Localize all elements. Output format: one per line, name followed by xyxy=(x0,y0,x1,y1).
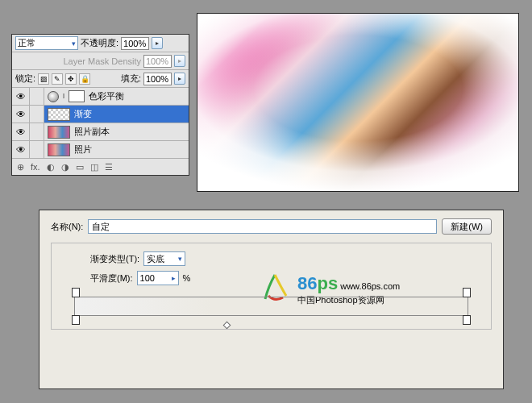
layer-mask-thumb[interactable] xyxy=(69,90,85,102)
visibility-toggle[interactable]: 👁 xyxy=(12,123,30,141)
smoothness-label: 平滑度(M): xyxy=(90,272,133,285)
link-cell[interactable] xyxy=(30,88,44,106)
chevron-down-icon: ▾ xyxy=(72,39,76,48)
layer-row[interactable]: 👁 ፧ 色彩平衡 xyxy=(12,88,189,106)
link-icon: ፧ xyxy=(63,92,64,101)
gradient-type-select[interactable]: 实底 ▾ xyxy=(143,251,185,266)
visibility-toggle[interactable]: 👁 xyxy=(12,106,30,123)
link-cell[interactable] xyxy=(30,123,44,141)
layer-name: 渐变 xyxy=(74,108,92,120)
color-stop-right[interactable] xyxy=(463,315,471,325)
name-label: 名称(N): xyxy=(51,221,83,233)
gradient-editor-dialog: 名称(N): 新建(W) 渐变类型(T): 实底 ▾ 平滑度(M): 100 ▸… xyxy=(39,210,504,389)
layer-row[interactable]: 👁 渐变 xyxy=(12,106,189,123)
gradient-type-label: 渐变类型(T): xyxy=(90,253,139,265)
link-cell[interactable] xyxy=(30,106,44,123)
smoothness-unit: % xyxy=(183,273,191,283)
fill-arrow-icon[interactable]: ▸ xyxy=(174,73,185,85)
mask-density-label: Layer Mask Density xyxy=(63,56,141,66)
name-row: 名称(N): 新建(W) xyxy=(51,218,492,235)
adjustment-layer-icon[interactable]: ◑ xyxy=(61,162,69,172)
opacity-value[interactable]: 100% xyxy=(121,37,149,50)
smoothness-input[interactable]: 100 ▸ xyxy=(137,271,179,285)
gradient-type-row: 渐变类型(T): 实底 ▾ xyxy=(61,251,481,266)
opacity-label: 不透明度: xyxy=(81,37,118,49)
stepper-icon: ▸ xyxy=(172,274,176,282)
gradient-bar[interactable] xyxy=(74,297,468,316)
lock-pixels-icon[interactable]: ✎ xyxy=(52,73,63,85)
color-stop-left[interactable] xyxy=(72,315,80,325)
blend-opacity-row: 正常 ▾ 不透明度: 100% ▸ xyxy=(12,35,189,52)
midpoint-handle[interactable] xyxy=(223,322,231,330)
visibility-toggle[interactable]: 👁 xyxy=(12,88,30,106)
mask-icon[interactable]: ◐ xyxy=(47,162,55,172)
chevron-down-icon: ▾ xyxy=(178,255,182,263)
opacity-arrow-icon[interactable]: ▸ xyxy=(152,37,163,49)
layer-row[interactable]: 👁 照片副本 xyxy=(12,123,189,141)
document-preview xyxy=(197,13,519,192)
visibility-toggle[interactable]: 👁 xyxy=(12,141,30,159)
layer-row[interactable]: 👁 照片 xyxy=(12,141,189,159)
lock-all-icon[interactable]: 🔒 xyxy=(79,73,90,85)
mask-density-value: 100% xyxy=(143,55,172,68)
watermark-brand-num: 86 xyxy=(297,273,317,293)
layer-thumb[interactable] xyxy=(48,108,70,121)
fill-value[interactable]: 100% xyxy=(143,73,172,85)
mask-density-row: Layer Mask Density 100% ▸ xyxy=(12,52,189,70)
group-icon[interactable]: ▭ xyxy=(76,162,84,172)
fill-label: 填充: xyxy=(121,73,141,85)
layer-thumb[interactable] xyxy=(48,143,70,156)
gradient-options-group: 渐变类型(T): 实底 ▾ 平滑度(M): 100 ▸ % 86ps www.8… xyxy=(51,243,492,330)
preview-content xyxy=(197,14,518,191)
layer-name: 照片副本 xyxy=(74,126,110,138)
layer-name: 色彩平衡 xyxy=(89,90,124,102)
blend-mode-select[interactable]: 正常 ▾ xyxy=(15,36,78,50)
layer-thumb[interactable] xyxy=(48,126,70,139)
opacity-stop-right[interactable] xyxy=(463,288,471,297)
lock-label: 锁定: xyxy=(15,73,35,85)
watermark-brand-suffix: ps xyxy=(317,273,338,293)
blend-mode-value: 正常 xyxy=(18,37,35,49)
link-layers-icon[interactable]: ⊕ xyxy=(17,162,24,172)
lock-transparency-icon[interactable]: ▨ xyxy=(38,73,49,85)
link-cell[interactable] xyxy=(30,141,44,159)
new-layer-icon[interactable]: ◫ xyxy=(90,162,98,172)
panel-footer: ⊕ fx. ◐ ◑ ▭ ◫ ☰ xyxy=(12,159,189,175)
fx-icon[interactable]: fx. xyxy=(31,162,40,172)
vignette-overlay xyxy=(197,14,518,191)
watermark-url: www.86ps.com xyxy=(340,281,400,291)
lock-fill-row: 锁定: ▨ ✎ ✥ 🔒 填充: 100% ▸ xyxy=(12,70,189,88)
lock-position-icon[interactable]: ✥ xyxy=(65,73,77,85)
new-button[interactable]: 新建(W) xyxy=(442,218,492,235)
gradient-type-value: 实底 xyxy=(147,253,164,265)
layer-name: 照片 xyxy=(74,143,92,156)
smoothness-value: 100 xyxy=(140,273,155,283)
layers-panel: 正常 ▾ 不透明度: 100% ▸ Layer Mask Density 100… xyxy=(11,34,189,176)
adjustment-icon xyxy=(48,91,59,102)
mask-density-arrow-icon: ▸ xyxy=(174,55,185,67)
name-input[interactable] xyxy=(88,219,437,234)
opacity-stop-left[interactable] xyxy=(72,288,80,297)
delete-icon[interactable]: ☰ xyxy=(105,162,113,172)
